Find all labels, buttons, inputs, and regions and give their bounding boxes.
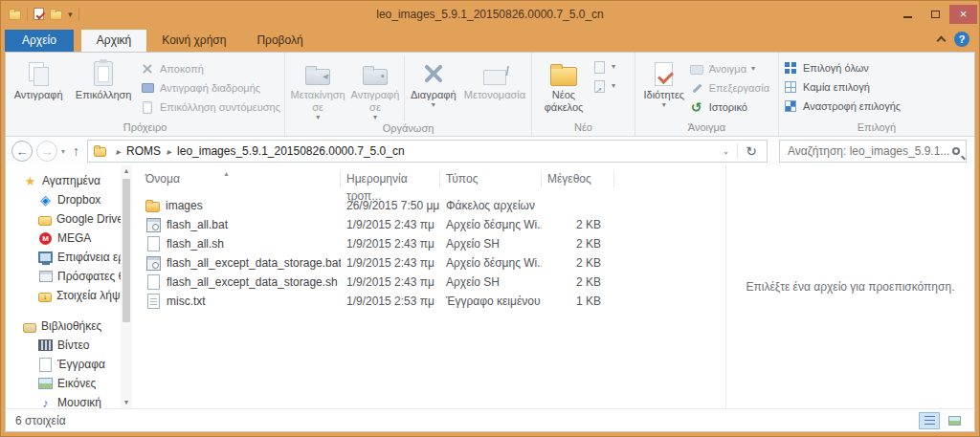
properties-button[interactable]: Ιδιότητες ▾: [639, 55, 689, 109]
scroll-down-icon[interactable]: ▼: [123, 397, 130, 408]
sidebar-libraries-root[interactable]: Βιβλιοθήκες: [10, 317, 121, 336]
file-name: images: [166, 199, 203, 212]
file-type: Αρχείο SH: [440, 275, 542, 289]
column-header-name[interactable]: Όνομα ▲: [132, 170, 341, 187]
sidebar-item[interactable]: Google Drive: [10, 209, 121, 229]
file-name-cell: flash_all.sh: [132, 236, 341, 251]
file-row[interactable]: flash_all_except_data_storage.sh 1/9/201…: [132, 273, 725, 292]
breadcrumb-item[interactable]: ▸ ROMS: [110, 144, 161, 158]
address-dropdown-icon[interactable]: ⌄: [715, 146, 738, 156]
file-name-cell: misc.txt: [132, 294, 341, 309]
search-input[interactable]: [788, 144, 952, 158]
preview-pane: Επιλέξτε ένα αρχείο για προεπισκόπηση.: [725, 165, 974, 408]
tab-share[interactable]: Κοινή χρήση: [146, 30, 241, 52]
copy-label: Αντιγραφή: [14, 89, 63, 101]
tab-file[interactable]: Αρχείο: [5, 30, 74, 52]
select-button[interactable]: Επιλογή όλων: [783, 60, 901, 76]
new-folder-button[interactable]: Νέος φάκελος: [536, 55, 591, 114]
sidebar-item[interactable]: Βίντεο: [10, 336, 121, 355]
move-to-button[interactable]: ◂ Μετακίνηση σε ▾: [289, 55, 346, 121]
sidebar-item[interactable]: Εικόνες: [10, 374, 121, 393]
back-icon[interactable]: ←: [11, 141, 33, 162]
properties-icon: [649, 58, 679, 89]
details-view-button[interactable]: [919, 412, 940, 429]
file-date: 1/9/2015 2:43 πμ: [341, 256, 440, 270]
ribbon-group-clipboard: Αντιγραφή Επικόλληση Αποκοπή Αντιγρα: [6, 53, 285, 136]
copy-to-icon: ▪: [360, 58, 390, 89]
open-small-button[interactable]: ↺ Ιστορικό: [689, 99, 774, 115]
ribbon-tabs: Αρχείο Αρχική Κοινή χρήση Προβολή ?: [1, 27, 979, 52]
file-row[interactable]: flash_all.sh 1/9/2015 2:43 πμ Αρχείο SH …: [132, 234, 725, 253]
search-icon[interactable]: [952, 147, 960, 155]
sidebar-item[interactable]: Επιφάνεια εργασίας: [10, 248, 121, 267]
qat-customize-dropdown-icon[interactable]: ▾: [68, 10, 73, 19]
file-name: flash_all.bat: [167, 218, 228, 231]
sidebar-scrollbar[interactable]: ▲ ▼: [121, 165, 132, 408]
tab-view[interactable]: Προβολή: [241, 30, 318, 52]
favorites-star-icon: [23, 174, 37, 188]
up-icon[interactable]: ↑: [73, 143, 79, 159]
clipboard-small-label: Αντιγραφή διαδρομής: [160, 82, 260, 94]
easy-access-icon: [591, 78, 607, 94]
select-label: Καμία επιλογή: [803, 81, 870, 93]
file-row[interactable]: images 26/9/2015 7:50 μμ Φάκελος αρχείων: [132, 196, 725, 215]
sidebar-item[interactable]: Dropbox: [10, 190, 121, 209]
clipboard-small-icon: [140, 80, 155, 96]
copy-icon: [23, 58, 54, 89]
close-button[interactable]: ×: [949, 5, 977, 24]
file-type: Αρχείο δέσμης Wi...: [440, 218, 542, 231]
history-dropdown-icon[interactable]: ▾: [61, 147, 65, 156]
minimize-ribbon-icon[interactable]: [937, 36, 947, 46]
clipboard-small-button[interactable]: Αντιγραφή διαδρομής: [140, 80, 280, 96]
file-row[interactable]: flash_all.bat 1/9/2015 2:43 πμ Αρχείο δέ…: [132, 215, 725, 234]
ribbon-group-organize: ◂ Μετακίνηση σε ▾ ▪ Αντιγραφή σε ▾ Διαγρ…: [285, 53, 532, 136]
sidebar-item[interactable]: Πρόσφατες θέσεις: [10, 267, 121, 286]
sidebar-item[interactable]: MEGA: [10, 229, 121, 248]
refresh-icon[interactable]: ↻: [737, 143, 765, 159]
sidebar-item[interactable]: Στοιχεία λήψης: [10, 286, 121, 305]
breadcrumb-item[interactable]: ▸ leo_images_5.9.1_20150826.0000.7_5.0_c…: [161, 144, 405, 158]
tab-home[interactable]: Αρχική: [81, 30, 146, 52]
qat-properties-icon[interactable]: [33, 8, 44, 20]
copy-to-button[interactable]: ▪ Αντιγραφή σε ▾: [346, 55, 404, 121]
file-row[interactable]: flash_all_except_data_storage.bat 1/9/20…: [132, 253, 725, 273]
file-row[interactable]: misc.txt 1/9/2015 2:53 πμ Έγγραφο κειμέν…: [132, 292, 725, 311]
sidebar-favorites-root[interactable]: Αγαπημένα: [10, 171, 121, 190]
select-button[interactable]: Καμία επιλογή: [783, 79, 901, 95]
column-header-date[interactable]: Ημερομηνία τροπ...: [341, 170, 440, 187]
thumbnails-view-button[interactable]: [944, 412, 965, 429]
minimize-button[interactable]: [894, 5, 922, 24]
column-header-size[interactable]: Μέγεθος: [542, 170, 614, 187]
open-small-button[interactable]: Άνοιγμα ▾: [689, 61, 774, 76]
sidebar-item-label: Dropbox: [57, 193, 100, 207]
forward-icon[interactable]: →: [36, 141, 57, 162]
easy-access-button[interactable]: ▾: [591, 78, 615, 94]
file-name: flash_all_except_data_storage.sh: [167, 275, 338, 289]
qat-folder-icon[interactable]: [9, 11, 21, 20]
paste-button[interactable]: Επικόλληση: [67, 55, 140, 101]
rename-button[interactable]: Μετονομασία: [462, 55, 527, 101]
new-item-icon: [591, 59, 607, 75]
delete-button[interactable]: Διαγραφή ▾: [405, 55, 462, 109]
qat-new-folder-icon[interactable]: [50, 11, 62, 20]
scroll-up-icon[interactable]: ▲: [123, 165, 130, 177]
open-small-icon: [689, 61, 704, 76]
open-small-button[interactable]: Επεξεργασία: [689, 80, 774, 96]
sidebar-item-label: Βίντεο: [57, 339, 89, 352]
sidebar-item[interactable]: Μουσική: [10, 393, 121, 408]
sidebar-item[interactable]: Έγγραφα: [10, 355, 121, 374]
help-icon[interactable]: ?: [954, 32, 969, 47]
move-to-label: Μετακίνηση σε: [289, 89, 346, 114]
clipboard-small-button[interactable]: Επικόλληση συντόμευσης: [140, 99, 280, 115]
scrollbar-thumb[interactable]: [122, 179, 130, 322]
rename-label: Μετονομασία: [464, 89, 525, 101]
column-header-type[interactable]: Τύπος: [440, 170, 542, 187]
file-date: 1/9/2015 2:43 πμ: [341, 218, 440, 231]
sidebar-item-icon: [38, 251, 53, 265]
maximize-button[interactable]: [922, 5, 949, 24]
clipboard-small-button[interactable]: Αποκοπή: [140, 61, 280, 76]
breadcrumb[interactable]: ▸ ROMS ▸ leo_images_5.9.1_20150826.0000.…: [87, 140, 768, 163]
select-button[interactable]: Αναστροφή επιλογής: [783, 98, 901, 114]
copy-button[interactable]: Αντιγραφή: [10, 55, 67, 101]
new-item-button[interactable]: ▾: [591, 59, 615, 75]
